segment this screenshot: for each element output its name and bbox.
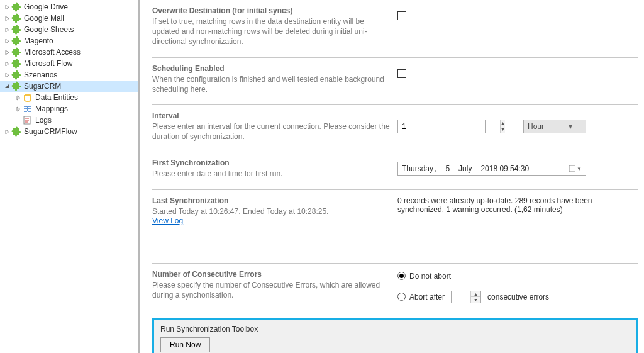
run-now-button[interactable]: Run Now <box>160 337 210 352</box>
tree-item-label: Google Sheets <box>23 25 74 34</box>
overwrite-checkbox[interactable] <box>397 11 406 20</box>
section-title: Scheduling Enabled <box>152 64 391 73</box>
scheduling-checkbox[interactable] <box>397 69 406 78</box>
svg-rect-2 <box>569 165 575 172</box>
dp-day: 5 <box>445 164 450 173</box>
puzzle-icon <box>11 126 21 137</box>
sidebar-item-google-drive[interactable]: Google Drive <box>0 1 138 13</box>
spinner-down-icon[interactable]: ▼ <box>471 297 480 303</box>
radio-label: Abort after <box>409 293 445 301</box>
puzzle-icon <box>11 59 21 69</box>
radio-label-suffix: consecutive errors <box>487 293 549 301</box>
radio-abort-after[interactable]: Abort after ▲ ▼ consecutive errors <box>397 291 549 303</box>
chevron-down-icon: ▾ <box>555 122 586 131</box>
data-icon <box>23 92 33 103</box>
chevron-right-icon[interactable] <box>14 104 23 113</box>
dp-weekday: Thursday <box>402 164 433 173</box>
chevron-down-icon[interactable] <box>3 82 11 91</box>
tree-item-label: Data Entities <box>34 93 78 102</box>
logs-icon <box>23 115 33 125</box>
radio-do-not-abort[interactable]: Do not abort <box>397 272 451 281</box>
interval-section: Interval Please enter an interval for th… <box>152 105 638 152</box>
tree-item-label: SugarCRM <box>23 82 61 91</box>
sidebar-item-mappings[interactable]: Mappings <box>0 103 138 115</box>
chevron-right-icon[interactable] <box>3 127 11 136</box>
sidebar-item-sugarcrmflow[interactable]: SugarCRMFlow <box>0 126 138 137</box>
radio-icon <box>397 272 406 280</box>
section-desc: Please specify the number of Consecutive… <box>152 280 391 300</box>
sidebar-item-magento[interactable]: Magento <box>0 35 138 47</box>
dp-sep: , <box>435 164 436 173</box>
tree-item-label: Magento <box>23 36 53 45</box>
tree-item-label: Szenarios <box>23 70 57 79</box>
sidebar-item-sugarcrm[interactable]: SugarCRM <box>0 81 138 92</box>
section-title: Overwrite Destination (for initial syncs… <box>152 6 391 15</box>
spinner-up-icon[interactable]: ▲ <box>501 120 505 126</box>
section-title: First Synchronization <box>152 159 391 167</box>
combo-value: Hour <box>524 122 555 131</box>
interval-spinner[interactable]: ▲ ▼ <box>397 120 486 133</box>
spinner-down-icon[interactable]: ▼ <box>501 126 505 133</box>
tree-item-label: Microsoft Access <box>23 48 80 57</box>
section-desc: Please enter date and time for first run… <box>152 169 391 179</box>
puzzle-icon <box>11 81 21 91</box>
chevron-right-icon[interactable] <box>3 59 11 68</box>
section-title: Interval <box>152 111 391 120</box>
chevron-right-icon[interactable] <box>14 93 23 102</box>
sidebar-item-szenarios[interactable]: Szenarios <box>0 69 138 81</box>
error-count-input[interactable] <box>452 293 470 301</box>
run-sync-toolbox: Run Synchronization Toolbox Run Now <box>152 318 638 353</box>
chevron-right-icon[interactable] <box>3 48 11 57</box>
sidebar-item-microsoft-access[interactable]: Microsoft Access <box>0 47 138 58</box>
section-desc: When the configuration is finished and w… <box>152 74 391 94</box>
tree-item-label: SugarCRMFlow <box>23 127 77 136</box>
section-title: Number of Consecutive Errors <box>152 270 391 279</box>
first-sync-datepicker[interactable]: Thursday , 5 July 2018 09:54:30 ▼ <box>397 162 586 176</box>
calendar-icon <box>569 165 575 172</box>
spinner-up-icon[interactable]: ▲ <box>471 291 480 297</box>
chevron-right-icon[interactable] <box>3 70 11 79</box>
sidebar: Google DriveGoogle MailGoogle SheetsMage… <box>0 0 138 353</box>
radio-icon <box>397 293 406 301</box>
tree-item-label: Google Mail <box>23 14 64 23</box>
puzzle-icon <box>11 13 21 23</box>
consecutive-errors-section: Number of Consecutive Errors Please spec… <box>152 264 638 315</box>
chevron-right-icon[interactable] <box>3 25 11 34</box>
settings-panel: Overwrite Destination (for initial syncs… <box>140 0 644 353</box>
sidebar-item-google-mail[interactable]: Google Mail <box>0 13 138 24</box>
puzzle-icon <box>11 2 21 12</box>
tree-item-label: Google Drive <box>23 3 68 11</box>
sidebar-item-microsoft-flow[interactable]: Microsoft Flow <box>0 58 138 69</box>
view-log-link[interactable]: View Log <box>152 216 391 225</box>
section-desc: Started Today at 10:26:47. Ended Today a… <box>152 206 391 216</box>
svg-point-0 <box>25 94 31 96</box>
sidebar-item-google-sheets[interactable]: Google Sheets <box>0 24 138 35</box>
chevron-right-icon[interactable] <box>3 36 11 45</box>
puzzle-icon <box>11 25 21 35</box>
interval-unit-combo[interactable]: Hour ▾ <box>523 120 586 133</box>
puzzle-icon <box>11 70 21 80</box>
chevron-right-icon <box>14 116 23 125</box>
dp-month: July <box>458 164 472 173</box>
section-desc: If set to true, matching rows in the dat… <box>152 16 391 47</box>
tree-item-label: Mappings <box>34 104 68 113</box>
chevron-down-icon: ▼ <box>577 166 582 172</box>
tree-item-label: Logs <box>34 116 52 125</box>
last-sync-result: 0 records were already up-to-date. 289 r… <box>397 196 592 214</box>
first-sync-section: First Synchronization Please enter date … <box>152 152 638 189</box>
tree-item-label: Microsoft Flow <box>23 59 72 68</box>
puzzle-icon <box>11 47 21 57</box>
scheduling-section: Scheduling Enabled When the configuratio… <box>152 58 638 105</box>
error-count-spinner[interactable]: ▲ ▼ <box>451 291 481 303</box>
sidebar-item-data-entities[interactable]: Data Entities <box>0 92 138 103</box>
chevron-right-icon[interactable] <box>3 3 11 11</box>
section-title: Last Synchronization <box>152 196 391 205</box>
interval-input[interactable] <box>398 120 500 133</box>
last-sync-section: Last Synchronization Started Today at 10… <box>152 190 638 264</box>
chevron-right-icon[interactable] <box>3 14 11 23</box>
toolbox-title: Run Synchronization Toolbox <box>160 325 630 333</box>
overwrite-destination-section: Overwrite Destination (for initial syncs… <box>152 0 638 58</box>
sidebar-item-logs[interactable]: Logs <box>0 115 138 126</box>
dp-year-time: 2018 09:54:30 <box>480 164 529 173</box>
radio-label: Do not abort <box>409 272 451 281</box>
